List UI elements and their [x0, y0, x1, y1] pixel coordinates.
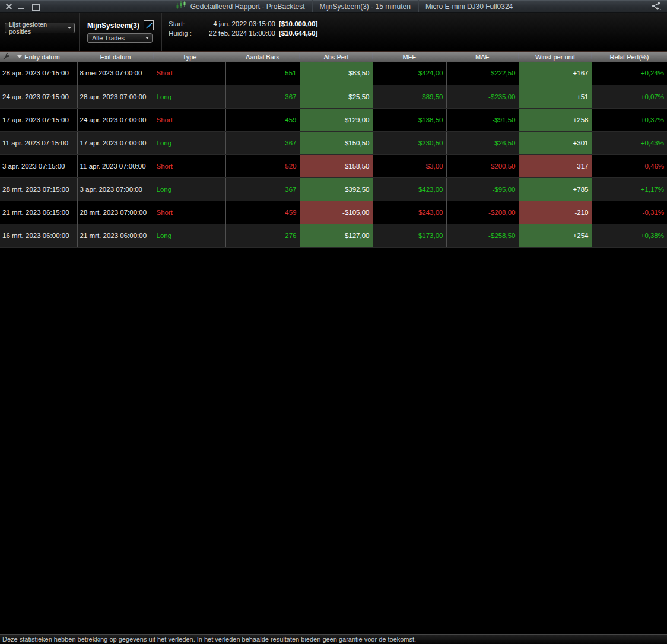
col-header-mae[interactable]: MAE	[446, 52, 519, 62]
title-tabs: Gedetailleerd Rapport - ProBacktest Mijn…	[169, 0, 520, 12]
cell-winst: +785	[519, 177, 592, 201]
cell-type: Short	[154, 108, 225, 131]
cell-relat: +0,24%	[592, 62, 667, 85]
cell-winst: +254	[519, 224, 592, 247]
tab-instrument[interactable]: Micro E-mini DJ30 Full0324	[418, 0, 520, 12]
cell-relat: +1,17%	[592, 177, 667, 201]
view-select[interactable]: Lijst gesloten posities	[5, 23, 75, 33]
current-balance: [$10.644,50]	[279, 29, 667, 38]
cell-entry: 28 mrt. 2023 07:15:00	[0, 177, 77, 201]
start-label: Start:	[169, 20, 196, 28]
trades-filter-select[interactable]: Alle Trades	[87, 33, 153, 43]
cell-entry: 21 mrt. 2023 06:15:00	[0, 201, 77, 224]
cell-type: Long	[154, 177, 225, 201]
cell-abs-perf: $83,50	[300, 62, 373, 85]
cell-mae: -$258,50	[446, 224, 519, 247]
tab-system[interactable]: MijnSysteem(3) - 15 minuten	[312, 0, 417, 12]
cell-entry: 17 apr. 2023 07:15:00	[0, 108, 77, 131]
col-header-type[interactable]: Type	[154, 52, 225, 62]
cell-relat: +0,38%	[592, 224, 667, 247]
col-header-aantal-bars[interactable]: Aantal Bars	[225, 52, 300, 62]
cell-relat: +0,37%	[592, 108, 667, 131]
table-row[interactable]: 24 apr. 2023 07:15:00 28 apr. 2023 07:00…	[0, 85, 667, 108]
cell-bars: 551	[225, 62, 300, 85]
empty-area	[0, 248, 667, 635]
table-row[interactable]: 16 mrt. 2023 06:00:00 21 mrt. 2023 06:00…	[0, 224, 667, 247]
start-balance: [$10.000,00]	[279, 20, 667, 28]
cell-bars: 459	[225, 108, 300, 131]
col-header-exit-datum[interactable]: Exit datum	[77, 52, 154, 62]
cell-mfe: $230,50	[373, 131, 446, 154]
window-controls	[0, 3, 43, 10]
cell-mae: -$26,50	[446, 131, 519, 154]
col-header-abs-perf[interactable]: Abs Perf	[300, 52, 373, 62]
cell-type: Short	[154, 154, 225, 177]
share-button[interactable]	[646, 2, 667, 11]
cell-abs-perf: $392,50	[300, 177, 373, 201]
sort-desc-icon	[17, 55, 22, 58]
table-row[interactable]: 17 apr. 2023 07:15:00 24 apr. 2023 07:00…	[0, 108, 667, 131]
col-header-mfe[interactable]: MFE	[373, 52, 446, 62]
cell-bars: 276	[225, 224, 300, 247]
cell-winst: -210	[519, 201, 592, 224]
cell-exit: 21 mrt. 2023 06:00:00	[77, 224, 154, 247]
minimize-icon[interactable]	[18, 3, 26, 10]
disclaimer-bar: Deze statistieken hebben betrekking op g…	[0, 634, 667, 644]
cell-bars: 367	[225, 131, 300, 154]
cell-winst: +258	[519, 108, 592, 131]
view-select-value: Lijst gesloten posities	[9, 21, 68, 35]
cell-mae: -$235,00	[446, 85, 519, 108]
cell-entry: 24 apr. 2023 07:15:00	[0, 85, 77, 108]
cell-abs-perf: $25,50	[300, 85, 373, 108]
col-header-winst-per-unit[interactable]: Winst per unit	[519, 52, 592, 62]
maximize-icon[interactable]	[31, 3, 39, 10]
current-datetime: 22 feb. 2024 15:00:00	[199, 29, 275, 38]
report-window: Gedetailleerd Rapport - ProBacktest Mijn…	[0, 0, 667, 644]
table-row[interactable]: 28 mrt. 2023 07:15:00 3 apr. 2023 07:00:…	[0, 177, 667, 201]
window-title: Gedetailleerd Rapport - ProBacktest	[169, 0, 312, 12]
col-header-entry-datum[interactable]: Entry datum	[0, 52, 77, 62]
cell-abs-perf: $150,50	[300, 131, 373, 154]
closed-positions-table: Entry datum Exit datum Type Aantal Bars …	[0, 52, 667, 248]
chevron-down-icon	[145, 37, 149, 39]
current-label: Huidig :	[169, 29, 196, 38]
cell-mfe: $3,00	[373, 154, 446, 177]
cell-winst: +51	[519, 85, 592, 108]
cell-relat: +0,43%	[592, 131, 667, 154]
cell-bars: 520	[225, 154, 300, 177]
cell-abs-perf: -$158,50	[300, 154, 373, 177]
toolbar: Lijst gesloten posities MijnSysteem(3) A…	[0, 13, 667, 52]
system-name: MijnSysteem(3)	[87, 21, 139, 30]
cell-type: Long	[154, 224, 225, 247]
col-header-relat-perf[interactable]: Relat Perf(%)	[592, 52, 667, 62]
chevron-down-icon	[68, 27, 71, 29]
cell-mfe: $243,00	[373, 201, 446, 224]
cell-mfe: $173,00	[373, 224, 446, 247]
cell-entry: 16 mrt. 2023 06:00:00	[0, 224, 77, 247]
wrench-icon[interactable]	[2, 53, 9, 62]
table-row[interactable]: 11 apr. 2023 07:15:00 17 apr. 2023 07:00…	[0, 131, 667, 154]
candlestick-chart-icon	[176, 1, 186, 12]
cell-mae: -$95,00	[446, 177, 519, 201]
cell-exit: 24 apr. 2023 07:00:00	[77, 108, 154, 131]
cell-exit: 28 apr. 2023 07:00:00	[77, 85, 154, 108]
cell-winst: +167	[519, 62, 592, 85]
pencil-icon	[145, 21, 153, 29]
table-row[interactable]: 28 apr. 2023 07:15:00 8 mei 2023 07:00:0…	[0, 62, 667, 85]
table-row[interactable]: 3 apr. 2023 07:15:00 11 apr. 2023 07:00:…	[0, 154, 667, 177]
cell-mae: -$222,50	[446, 62, 519, 85]
table-row[interactable]: 21 mrt. 2023 06:15:00 28 mrt. 2023 07:00…	[0, 201, 667, 224]
trades-table-body: 28 apr. 2023 07:15:00 8 mei 2023 07:00:0…	[0, 62, 667, 247]
cell-mae: -$208,00	[446, 201, 519, 224]
close-icon[interactable]	[5, 3, 12, 10]
edit-system-button[interactable]	[144, 20, 154, 30]
start-datetime: 4 jan. 2022 03:15:00	[199, 20, 275, 28]
cell-mfe: $423,00	[373, 177, 446, 201]
cell-mfe: $424,00	[373, 62, 446, 85]
cell-exit: 3 apr. 2023 07:00:00	[77, 177, 154, 201]
cell-relat: -0,31%	[592, 201, 667, 224]
cell-mfe: $138,50	[373, 108, 446, 131]
cell-type: Short	[154, 62, 225, 85]
page-title: Gedetailleerd Rapport - ProBacktest	[190, 2, 305, 11]
cell-mae: -$91,50	[446, 108, 519, 131]
